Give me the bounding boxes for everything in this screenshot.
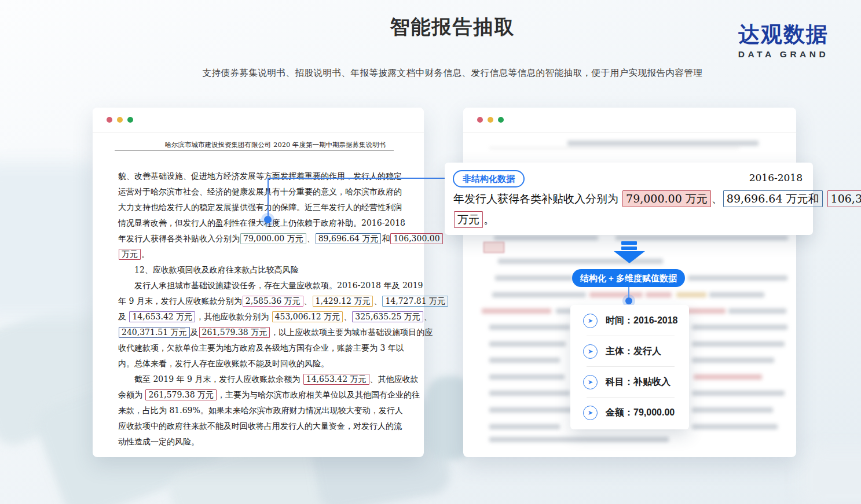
- result-row: ➤科目：补贴收入: [570, 367, 689, 397]
- brand-logo-en: DATA GRAND: [731, 49, 836, 60]
- doc-text: 及: [118, 312, 129, 321]
- blurred-text-bar: [615, 236, 788, 240]
- doc-text: 来款，占比为 81.69%。如果未来哈尔滨市政府财力情况出现较大变动，发行人: [118, 406, 403, 415]
- doc-text: ，其他应收款分别为: [196, 312, 271, 321]
- result-row: ➤金额：79,000.00: [570, 398, 689, 428]
- doc-text: 12、应收款项回收及政府往来款占比较高风险: [134, 265, 299, 274]
- doc-text: 年发行人获得各类补贴收入分别为: [453, 192, 622, 205]
- doc-text: 动性造成一定的风险。: [118, 437, 199, 446]
- doc-text: 、: [424, 312, 432, 321]
- circle-arrow-icon: ➤: [583, 314, 598, 328]
- blurred-highlight-box: [483, 242, 504, 253]
- doc-line: 发行人承担城市基础设施建设任务，存在大量应收款项。2016-2018 年及 20…: [118, 278, 408, 293]
- annotation-box-teal: 79,000.00 万元: [240, 233, 306, 244]
- annotation-box-blue: 89,696.64 万元: [316, 233, 382, 244]
- blurred-text-bar: [692, 391, 785, 396]
- structured-data-badge: 结构化 + 多维度赋值数据: [572, 269, 685, 287]
- circle-arrow-icon: ➤: [583, 375, 598, 389]
- doc-text: 截至 2019 年 9 月末，发行人应收账款余额为: [134, 374, 303, 384]
- blurred-text-bar: [676, 292, 706, 297]
- blurred-text-bar: [489, 407, 576, 413]
- doc-line: 情况显著改善，但发行人的盈利性在很大程度上仍依赖于政府补助。2016-2018: [118, 215, 408, 231]
- annotation-box-orange: 1,429.12 万元: [313, 296, 373, 307]
- doc-line: 及 14,653.42 万元，其他应收款分别为 453,006.12 万元、32…: [118, 309, 408, 325]
- unstructured-data-badge: 非结构化数据: [453, 170, 525, 187]
- doc-line: 年发行人获得各类补贴收入分别为79,000.00 万元、89,696.64 万元…: [118, 231, 408, 247]
- blurred-text-bar: [692, 358, 774, 363]
- result-row-text: 科目：补贴收入: [606, 376, 671, 388]
- connector-line-horizontal: [268, 178, 446, 179]
- unstructured-data-card: 非结构化数据 2016-2018 年发行人获得各类补贴收入分别为 79,000.…: [445, 163, 813, 235]
- annotation-box-orange: 453,006.12 万元: [272, 311, 343, 322]
- result-row: ➤主体：发行人: [570, 336, 689, 366]
- doc-text: 余额为: [118, 390, 145, 399]
- doc-text: 。: [141, 249, 149, 259]
- yellow-dot-icon: [117, 117, 123, 123]
- blurred-text-bar: [692, 341, 785, 347]
- annotation-box-navy: 240,371.51 万元: [119, 327, 190, 338]
- doc-line: 年 9 月末，发行人应收账款分别为2,585.36 万元、1,429.12 万元…: [118, 293, 408, 309]
- annotation-box-red: 261,579.38 万元: [199, 327, 270, 338]
- green-dot-icon: [127, 117, 133, 123]
- blurred-text-bar: [489, 325, 570, 330]
- doc-text: 貌、改善基础设施、促进地方经济发展等方面发挥着重要的作用，发行人的稳定: [118, 171, 402, 181]
- blurred-text-bar: [489, 424, 560, 429]
- blurred-text-bar: [489, 437, 669, 442]
- doc-text: 应收款项中的政府往来款不能及时回收将占用发行人的大量资金，对发行人的流: [118, 421, 402, 431]
- doc-line: 内。总体来看，发行人存在应收账款不能及时回收的风险。: [118, 356, 408, 371]
- blurred-text-bar: [489, 358, 560, 363]
- brand-logo-cn: 达观数据: [731, 23, 836, 46]
- result-row-text: 金额：79,000.00: [606, 407, 675, 419]
- blurred-text-bar: [489, 374, 565, 380]
- annotation-box-red: 261,579.38 万元: [145, 389, 217, 400]
- doc-text: [823, 192, 827, 205]
- document-header-rule: [115, 150, 394, 150]
- doc-line: 动性造成一定的风险。: [118, 434, 408, 450]
- down-arrow-icon: [621, 241, 637, 245]
- page: { "page": { "title": "智能报告抽取", "subtitle…: [0, 0, 861, 504]
- document-body: 貌、改善基础设施、促进地方经济发展等方面发挥着重要的作用，发行人的稳定运营对于哈…: [118, 168, 408, 450]
- doc-text: 、: [373, 296, 382, 306]
- result-row-text: 主体：发行人: [606, 345, 661, 358]
- doc-text: ，以上应收款项主要为城市基础设施项目的应: [270, 328, 433, 337]
- blurred-text-bar: [489, 341, 566, 347]
- doc-text: 、: [712, 192, 723, 205]
- doc-text: 情况显著改善，但发行人的盈利性在很大程度上仍依赖于政府补助。2016-2018: [118, 218, 405, 227]
- brand-logo[interactable]: 达观数据 DATA GRAND: [731, 23, 836, 60]
- background-blur-shape: [0, 162, 104, 318]
- down-arrow-icon: [621, 247, 637, 250]
- callout-period-label: 2016-2018: [749, 172, 803, 183]
- circle-arrow-icon: ➤: [583, 406, 598, 420]
- doc-line: 余额为 261,579.38 万元，主要为与哈尔滨市政府相关单位以及其他国有企业…: [118, 387, 408, 403]
- doc-line: 貌、改善基础设施、促进地方经济发展等方面发挥着重要的作用，发行人的稳定: [118, 168, 408, 184]
- page-subtitle: 支持债券募集说明书、招股说明书、年报等披露文档中财务信息、发行信息等信息的智能抽…: [44, 67, 861, 79]
- structured-result-card: ➤时间：2016-2018➤主体：发行人➤科目：补贴收入➤金额：79,000.0…: [570, 305, 689, 429]
- blurred-text-bar: [482, 308, 551, 314]
- doc-text: ，主要为与哈尔滨市政府相关单位以及其他国有企业的往: [217, 390, 420, 399]
- blurred-text-bar: [688, 275, 787, 281]
- doc-text: 发行人承担城市基础设施建设任务，存在大量应收款项。2016-2018 年及 20…: [134, 281, 423, 290]
- blurred-text-bar: [692, 407, 773, 413]
- annotation-box-red: 14,653.42 万元: [303, 374, 369, 385]
- annotation-box-lblue: 14,727.81 万元: [382, 296, 448, 307]
- doc-line: 12、应收款项回收及政府往来款占比较高风险: [118, 262, 408, 278]
- document-running-title: 哈尔滨市城市建设投资集团有限公司 2020 年度第一期中期票据募集说明书: [116, 141, 386, 149]
- doc-text: 和: [382, 234, 390, 243]
- annotation-box-red: 万元: [454, 211, 483, 228]
- connector-line-vertical: [268, 178, 269, 218]
- annotation-box-purple: 325,635.25 万元: [352, 311, 423, 322]
- pill-connector-line: [628, 287, 629, 297]
- doc-line: 运营对于哈尔滨市社会、经济的健康发展具有十分重要的意义，哈尔滨市政府的: [118, 184, 408, 200]
- doc-text: 收代建款项，欠款单位主要为地方政府及各级地方国有企业，账龄主要为 3 年以: [118, 343, 404, 352]
- window-titlebar: [93, 108, 424, 133]
- doc-text: 大力支持也给发行人的稳定发展提供强有力的保障。近三年发行人的经营性利润: [118, 203, 402, 212]
- doc-text: 、: [343, 312, 351, 321]
- background-blur-shape: [799, 446, 861, 504]
- doc-line: 万元。: [118, 247, 408, 262]
- doc-text: 及: [190, 328, 199, 337]
- blurred-rule: [489, 148, 739, 149]
- annotation-box-red: 万元: [119, 249, 141, 260]
- doc-line: 应收款项中的政府往来款不能及时回收将占用发行人的大量资金，对发行人的流: [118, 418, 408, 434]
- doc-line: 截至 2019 年 9 月末，发行人应收账款余额为 14,653.42 万元、其…: [118, 371, 408, 387]
- doc-text: 、: [307, 234, 315, 243]
